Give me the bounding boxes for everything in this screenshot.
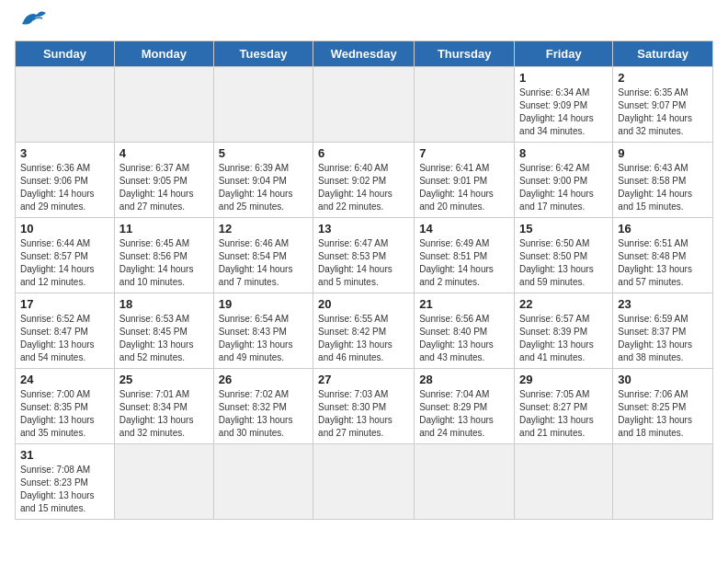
day-cell: 4Sunrise: 6:37 AM Sunset: 9:05 PM Daylig… <box>114 143 213 218</box>
day-info: Sunrise: 6:40 AM Sunset: 9:02 PM Dayligh… <box>318 162 409 213</box>
calendar-body: 1Sunrise: 6:34 AM Sunset: 9:09 PM Daylig… <box>16 67 713 520</box>
day-cell: 25Sunrise: 7:01 AM Sunset: 8:34 PM Dayli… <box>114 369 213 444</box>
day-cell <box>613 444 713 520</box>
day-info: Sunrise: 7:03 AM Sunset: 8:30 PM Dayligh… <box>318 388 409 440</box>
day-info: Sunrise: 7:06 AM Sunset: 8:25 PM Dayligh… <box>618 388 708 440</box>
day-cell <box>415 67 515 143</box>
day-number: 4 <box>119 146 209 160</box>
week-row-4: 17Sunrise: 6:52 AM Sunset: 8:47 PM Dayli… <box>16 293 713 369</box>
day-info: Sunrise: 7:02 AM Sunset: 8:32 PM Dayligh… <box>219 388 308 440</box>
day-number: 2 <box>618 71 708 85</box>
day-number: 18 <box>119 297 209 311</box>
column-header-saturday: Saturday <box>613 41 713 67</box>
week-row-3: 10Sunrise: 6:44 AM Sunset: 8:57 PM Dayli… <box>16 218 713 293</box>
week-row-1: 1Sunrise: 6:34 AM Sunset: 9:09 PM Daylig… <box>16 67 713 143</box>
day-cell: 31Sunrise: 7:08 AM Sunset: 8:23 PM Dayli… <box>16 444 115 520</box>
day-number: 3 <box>20 146 109 160</box>
day-number: 30 <box>618 373 708 386</box>
day-cell: 10Sunrise: 6:44 AM Sunset: 8:57 PM Dayli… <box>16 218 115 293</box>
day-info: Sunrise: 6:35 AM Sunset: 9:07 PM Dayligh… <box>618 86 708 138</box>
day-number: 7 <box>419 146 509 160</box>
day-cell: 16Sunrise: 6:51 AM Sunset: 8:48 PM Dayli… <box>613 218 713 293</box>
day-cell: 1Sunrise: 6:34 AM Sunset: 9:09 PM Daylig… <box>515 67 613 143</box>
day-info: Sunrise: 6:41 AM Sunset: 9:01 PM Dayligh… <box>419 162 509 213</box>
day-info: Sunrise: 7:01 AM Sunset: 8:34 PM Dayligh… <box>119 388 209 440</box>
page-header <box>15 15 713 31</box>
day-cell: 8Sunrise: 6:42 AM Sunset: 9:00 PM Daylig… <box>515 143 613 218</box>
day-cell <box>415 444 515 520</box>
day-info: Sunrise: 6:51 AM Sunset: 8:48 PM Dayligh… <box>618 237 708 289</box>
day-number: 27 <box>318 373 409 386</box>
day-info: Sunrise: 6:43 AM Sunset: 8:58 PM Dayligh… <box>618 162 708 213</box>
day-number: 17 <box>20 297 109 311</box>
day-cell: 26Sunrise: 7:02 AM Sunset: 8:32 PM Dayli… <box>213 369 313 444</box>
day-number: 14 <box>419 222 509 236</box>
day-number: 24 <box>20 373 109 386</box>
calendar-header: SundayMondayTuesdayWednesdayThursdayFrid… <box>16 41 713 67</box>
day-info: Sunrise: 7:08 AM Sunset: 8:23 PM Dayligh… <box>20 464 109 515</box>
day-cell <box>213 67 313 143</box>
day-cell <box>313 67 415 143</box>
day-info: Sunrise: 6:53 AM Sunset: 8:45 PM Dayligh… <box>119 313 209 364</box>
day-cell: 28Sunrise: 7:04 AM Sunset: 8:29 PM Dayli… <box>415 369 515 444</box>
day-number: 10 <box>20 222 109 236</box>
day-number: 28 <box>419 373 509 386</box>
day-number: 29 <box>519 373 608 386</box>
day-cell: 7Sunrise: 6:41 AM Sunset: 9:01 PM Daylig… <box>415 143 515 218</box>
day-info: Sunrise: 6:49 AM Sunset: 8:51 PM Dayligh… <box>419 237 509 289</box>
column-header-friday: Friday <box>515 41 613 67</box>
week-row-6: 31Sunrise: 7:08 AM Sunset: 8:23 PM Dayli… <box>16 444 713 520</box>
day-info: Sunrise: 6:56 AM Sunset: 8:40 PM Dayligh… <box>419 313 509 364</box>
day-cell: 30Sunrise: 7:06 AM Sunset: 8:25 PM Dayli… <box>613 369 713 444</box>
day-info: Sunrise: 6:52 AM Sunset: 8:47 PM Dayligh… <box>20 313 109 364</box>
logo-bird-icon <box>18 7 48 31</box>
day-cell: 29Sunrise: 7:05 AM Sunset: 8:27 PM Dayli… <box>515 369 613 444</box>
day-cell <box>515 444 613 520</box>
day-cell: 9Sunrise: 6:43 AM Sunset: 8:58 PM Daylig… <box>613 143 713 218</box>
logo <box>15 15 48 31</box>
header-row: SundayMondayTuesdayWednesdayThursdayFrid… <box>16 41 713 67</box>
day-number: 20 <box>318 297 409 311</box>
day-info: Sunrise: 6:47 AM Sunset: 8:53 PM Dayligh… <box>318 237 409 289</box>
column-header-tuesday: Tuesday <box>213 41 313 67</box>
day-cell: 22Sunrise: 6:57 AM Sunset: 8:39 PM Dayli… <box>515 293 613 369</box>
day-cell: 3Sunrise: 6:36 AM Sunset: 9:06 PM Daylig… <box>16 143 115 218</box>
day-info: Sunrise: 6:39 AM Sunset: 9:04 PM Dayligh… <box>219 162 308 213</box>
column-header-wednesday: Wednesday <box>313 41 415 67</box>
day-info: Sunrise: 6:59 AM Sunset: 8:37 PM Dayligh… <box>618 313 708 364</box>
column-header-monday: Monday <box>114 41 213 67</box>
day-cell <box>213 444 313 520</box>
day-cell: 6Sunrise: 6:40 AM Sunset: 9:02 PM Daylig… <box>313 143 415 218</box>
day-cell: 27Sunrise: 7:03 AM Sunset: 8:30 PM Dayli… <box>313 369 415 444</box>
week-row-5: 24Sunrise: 7:00 AM Sunset: 8:35 PM Dayli… <box>16 369 713 444</box>
day-cell: 13Sunrise: 6:47 AM Sunset: 8:53 PM Dayli… <box>313 218 415 293</box>
day-number: 15 <box>519 222 608 236</box>
day-info: Sunrise: 6:45 AM Sunset: 8:56 PM Dayligh… <box>119 237 209 289</box>
day-cell: 19Sunrise: 6:54 AM Sunset: 8:43 PM Dayli… <box>213 293 313 369</box>
day-info: Sunrise: 6:42 AM Sunset: 9:00 PM Dayligh… <box>519 162 608 213</box>
day-info: Sunrise: 6:57 AM Sunset: 8:39 PM Dayligh… <box>519 313 608 364</box>
column-header-thursday: Thursday <box>415 41 515 67</box>
day-number: 25 <box>119 373 209 386</box>
day-info: Sunrise: 6:54 AM Sunset: 8:43 PM Dayligh… <box>219 313 308 364</box>
day-number: 19 <box>219 297 308 311</box>
day-cell: 17Sunrise: 6:52 AM Sunset: 8:47 PM Dayli… <box>16 293 115 369</box>
day-number: 22 <box>519 297 608 311</box>
day-number: 12 <box>219 222 308 236</box>
day-cell <box>114 67 213 143</box>
day-cell: 14Sunrise: 6:49 AM Sunset: 8:51 PM Dayli… <box>415 218 515 293</box>
day-number: 11 <box>119 222 209 236</box>
day-cell <box>313 444 415 520</box>
day-number: 6 <box>318 146 409 160</box>
day-number: 23 <box>618 297 708 311</box>
day-cell: 18Sunrise: 6:53 AM Sunset: 8:45 PM Dayli… <box>114 293 213 369</box>
day-cell: 23Sunrise: 6:59 AM Sunset: 8:37 PM Dayli… <box>613 293 713 369</box>
day-number: 31 <box>20 448 109 462</box>
day-info: Sunrise: 7:05 AM Sunset: 8:27 PM Dayligh… <box>519 388 608 440</box>
day-info: Sunrise: 6:34 AM Sunset: 9:09 PM Dayligh… <box>519 86 608 138</box>
day-cell: 12Sunrise: 6:46 AM Sunset: 8:54 PM Dayli… <box>213 218 313 293</box>
day-info: Sunrise: 6:55 AM Sunset: 8:42 PM Dayligh… <box>318 313 409 364</box>
day-cell: 2Sunrise: 6:35 AM Sunset: 9:07 PM Daylig… <box>613 67 713 143</box>
week-row-2: 3Sunrise: 6:36 AM Sunset: 9:06 PM Daylig… <box>16 143 713 218</box>
day-number: 13 <box>318 222 409 236</box>
